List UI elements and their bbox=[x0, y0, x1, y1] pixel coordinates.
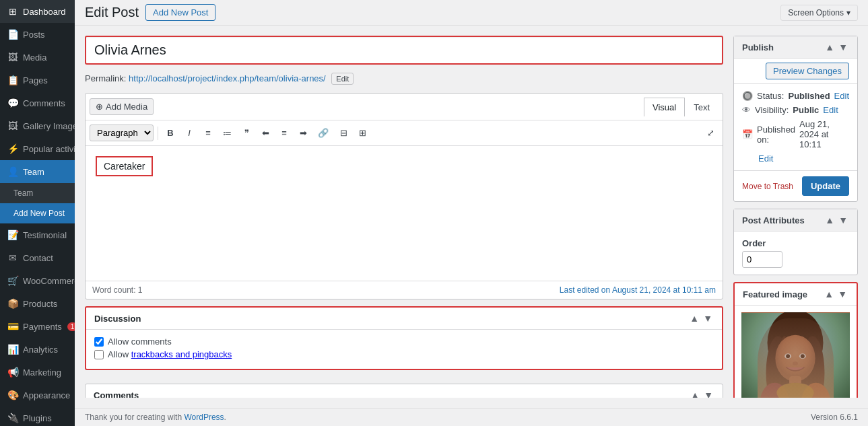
footer-wordpress-link[interactable]: WordPress bbox=[184, 413, 224, 422]
read-more-button[interactable]: ⊟ bbox=[335, 125, 352, 141]
sidebar-item-dashboard[interactable]: ⊞ Dashboard bbox=[0, 0, 75, 23]
align-right-button[interactable]: ➡ bbox=[295, 125, 311, 141]
last-edited: Last edited on August 21, 2024 at 10:11 … bbox=[560, 285, 716, 295]
publish-visibility-row: 👁 Visibility: Public Edit bbox=[742, 105, 849, 115]
sidebar-label-appearance: Appearance bbox=[23, 390, 70, 400]
featured-image-controls: ▲ ▼ bbox=[823, 289, 848, 299]
comments-collapse-down[interactable]: ▼ bbox=[702, 390, 714, 398]
contact-icon: ✉ bbox=[7, 252, 19, 264]
link-button[interactable]: 🔗 bbox=[314, 125, 333, 141]
plugins-icon: 🔌 bbox=[7, 412, 19, 424]
unordered-list-button[interactable]: ≡ bbox=[200, 125, 216, 141]
featured-image-body: Click the image to edit or update Remove… bbox=[735, 306, 857, 398]
discussion-title: Discussion bbox=[94, 314, 141, 324]
sidebar-label-team: Team bbox=[23, 167, 44, 177]
sidebar-submenu-team: Team Add New Post bbox=[0, 183, 75, 223]
sidebar-item-payments[interactable]: 💳 Payments 1 bbox=[0, 315, 75, 338]
sidebar-item-analytics[interactable]: 📊 Analytics bbox=[0, 338, 75, 361]
discussion-collapse-up[interactable]: ▲ bbox=[688, 313, 700, 324]
sidebar-item-popular[interactable]: ⚡ Popular activites bbox=[0, 137, 75, 160]
sidebar-item-comments[interactable]: 💬 Comments bbox=[0, 92, 75, 114]
editor-toolbar: Paragraph B I ≡ ≔ ❞ ⬅ ≡ ➡ 🔗 ⊟ ⊞ bbox=[86, 120, 723, 146]
calendar-icon: 📅 bbox=[742, 129, 753, 139]
publish-collapse-down[interactable]: ▼ bbox=[837, 42, 849, 52]
sidebar-label-analytics: Analytics bbox=[23, 345, 58, 355]
editor-content-text: Caretaker bbox=[96, 156, 153, 176]
post-title-input[interactable] bbox=[85, 36, 723, 65]
permalink-row: Permalink: http://localhost/project/inde… bbox=[85, 73, 723, 85]
italic-button[interactable]: I bbox=[181, 125, 197, 141]
permalink-edit-button[interactable]: Edit bbox=[331, 73, 354, 85]
allow-trackbacks-checkbox[interactable] bbox=[94, 350, 104, 359]
publish-status-edit-link[interactable]: Edit bbox=[834, 91, 849, 101]
update-button[interactable]: Update bbox=[802, 176, 849, 196]
discussion-collapse-down[interactable]: ▼ bbox=[702, 313, 714, 324]
sidebar-item-gallery[interactable]: 🖼 Gallery Images bbox=[0, 114, 75, 137]
comments-icon: 💬 bbox=[7, 97, 19, 109]
svg-point-3 bbox=[766, 336, 791, 398]
sidebar-item-plugins[interactable]: 🔌 Plugins bbox=[0, 406, 75, 426]
sidebar-submenu-team-item[interactable]: Team bbox=[0, 183, 75, 203]
sidebar-submenu-add-new[interactable]: Add New Post bbox=[0, 203, 75, 223]
post-attributes-controls: ▲ ▼ bbox=[824, 215, 849, 225]
add-media-button[interactable]: ⊕ Add Media bbox=[90, 98, 154, 115]
post-attributes-collapse-down[interactable]: ▼ bbox=[837, 215, 849, 225]
align-left-button[interactable]: ⬅ bbox=[257, 125, 273, 141]
svg-point-13 bbox=[799, 353, 806, 359]
svg-point-10 bbox=[801, 383, 830, 398]
allow-comments-row: Allow comments bbox=[94, 336, 714, 347]
add-new-post-button[interactable]: Add New Post bbox=[145, 4, 215, 21]
woocommerce-icon: 🛒 bbox=[7, 275, 19, 287]
publish-visibility-label: Visibility: bbox=[755, 105, 789, 115]
editor-content-area[interactable]: Caretaker bbox=[86, 146, 723, 281]
sidebar-item-team[interactable]: 👤 Team bbox=[0, 160, 75, 183]
paragraph-select[interactable]: Paragraph bbox=[90, 125, 154, 141]
toolbar-toggle-button[interactable]: ⊞ bbox=[354, 125, 370, 141]
trackbacks-link[interactable]: trackbacks and pingbacks bbox=[131, 349, 232, 359]
sidebar-item-posts[interactable]: 📄 Posts bbox=[0, 23, 75, 46]
sidebar-item-media[interactable]: 🖼 Media bbox=[0, 46, 75, 69]
discussion-metabox: Discussion ▲ ▼ Allow comments bbox=[85, 306, 723, 370]
tab-visual[interactable]: Visual bbox=[644, 98, 685, 116]
editor-section: Permalink: http://localhost/project/inde… bbox=[85, 36, 723, 398]
fullscreen-button[interactable]: ⤢ bbox=[702, 125, 719, 141]
ordered-list-button[interactable]: ≔ bbox=[219, 125, 236, 141]
bold-button[interactable]: B bbox=[162, 125, 178, 141]
sidebar-item-woocommerce[interactable]: 🛒 WooCommerce bbox=[0, 269, 75, 292]
permalink-link[interactable]: http://localhost/project/index.php/team/… bbox=[129, 73, 326, 83]
screen-options-button[interactable]: Screen Options ▾ bbox=[780, 5, 858, 21]
publish-controls: ▲ ▼ bbox=[824, 42, 849, 52]
main-content: Edit Post Add New Post Screen Options ▾ … bbox=[75, 0, 868, 426]
gallery-icon: 🖼 bbox=[7, 120, 19, 132]
move-to-trash-link[interactable]: Move to Trash bbox=[742, 182, 793, 191]
preview-changes-button[interactable]: Preview Changes bbox=[766, 63, 849, 79]
featured-image-collapse-up[interactable]: ▲ bbox=[823, 289, 835, 299]
publish-collapse-up[interactable]: ▲ bbox=[824, 42, 836, 52]
svg-point-15 bbox=[801, 354, 805, 358]
status-bullet-icon: 🔘 bbox=[742, 91, 753, 101]
featured-image-svg bbox=[741, 312, 850, 398]
topbar: Edit Post Add New Post Screen Options ▾ bbox=[75, 0, 868, 26]
post-attributes-box: Post Attributes ▲ ▼ Order bbox=[733, 209, 858, 275]
sidebar-item-products[interactable]: 📦 Products bbox=[0, 292, 75, 315]
sidebar-item-pages[interactable]: 📋 Pages bbox=[0, 69, 75, 92]
featured-image-collapse-down[interactable]: ▼ bbox=[836, 289, 848, 299]
footer-text: Thank you for creating with WordPress. bbox=[85, 413, 226, 422]
featured-image-photo[interactable] bbox=[741, 312, 850, 398]
tab-text[interactable]: Text bbox=[685, 98, 719, 116]
publish-visibility-edit-link[interactable]: Edit bbox=[823, 105, 838, 115]
content-area: Permalink: http://localhost/project/inde… bbox=[75, 26, 868, 408]
sidebar-item-testimonial[interactable]: 📝 Testimonial bbox=[0, 223, 75, 246]
order-input[interactable] bbox=[742, 251, 782, 268]
post-attributes-collapse-up[interactable]: ▲ bbox=[824, 215, 836, 225]
comments-collapse-up[interactable]: ▲ bbox=[689, 390, 701, 398]
allow-comments-checkbox[interactable] bbox=[94, 337, 104, 347]
sidebar-item-appearance[interactable]: 🎨 Appearance bbox=[0, 384, 75, 406]
publish-visibility-value: Public bbox=[793, 105, 819, 115]
blockquote-button[interactable]: ❞ bbox=[238, 125, 255, 141]
align-center-button[interactable]: ≡ bbox=[276, 125, 292, 141]
publish-status-row: 🔘 Status: Published Edit bbox=[742, 91, 849, 101]
sidebar-item-contact[interactable]: ✉ Contact bbox=[0, 246, 75, 269]
publish-date-edit-link[interactable]: Edit bbox=[758, 153, 773, 164]
sidebar-item-marketing[interactable]: 📢 Marketing bbox=[0, 361, 75, 384]
